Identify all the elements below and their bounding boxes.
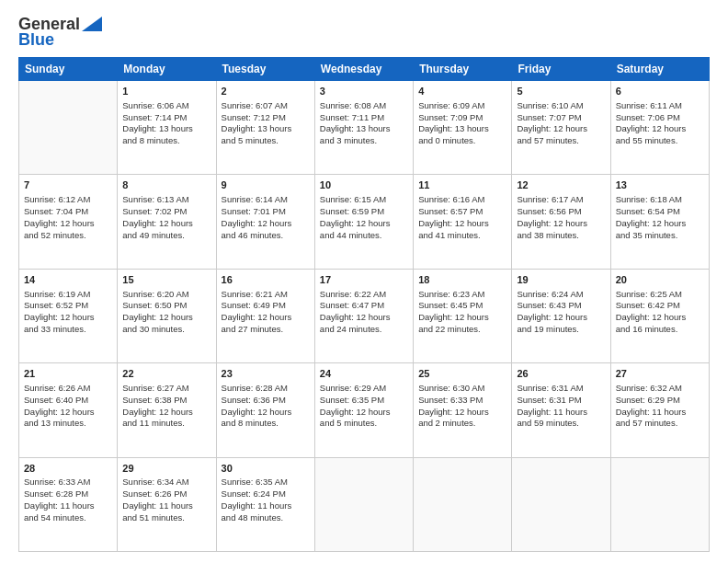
calendar-cell-4-0: 28Sunrise: 6:33 AMSunset: 6:28 PMDayligh…: [19, 457, 118, 551]
cell-line-0: Sunrise: 6:09 AM: [418, 100, 506, 112]
day-number: 3: [320, 85, 408, 98]
cell-line-2: Daylight: 13 hours: [320, 123, 408, 135]
cell-line-1: Sunset: 6:50 PM: [122, 300, 210, 312]
logo: General Blue: [18, 15, 102, 50]
calendar-cell-4-1: 29Sunrise: 6:34 AMSunset: 6:26 PMDayligh…: [118, 457, 216, 551]
calendar-row-4: 28Sunrise: 6:33 AMSunset: 6:28 PMDayligh…: [19, 457, 710, 551]
day-number: 26: [517, 367, 605, 381]
calendar-row-2: 14Sunrise: 6:19 AMSunset: 6:52 PMDayligh…: [19, 269, 710, 362]
logo-icon: [82, 17, 102, 31]
cell-line-2: Daylight: 11 hours: [122, 500, 210, 512]
cell-line-1: Sunset: 7:07 PM: [517, 112, 605, 124]
cell-line-3: and 49 minutes.: [122, 230, 210, 242]
day-number: 18: [418, 273, 506, 287]
cell-line-0: Sunrise: 6:15 AM: [320, 194, 408, 206]
cell-line-1: Sunset: 6:26 PM: [122, 488, 210, 500]
cell-line-3: and 13 minutes.: [24, 418, 112, 430]
cell-line-1: Sunset: 7:02 PM: [122, 206, 210, 218]
calendar-cell-2-2: 16Sunrise: 6:21 AMSunset: 6:49 PMDayligh…: [216, 269, 314, 362]
cell-line-2: Daylight: 12 hours: [616, 123, 704, 135]
day-number: 22: [122, 367, 210, 381]
calendar-cell-2-1: 15Sunrise: 6:20 AMSunset: 6:50 PMDayligh…: [118, 269, 216, 362]
cell-line-1: Sunset: 6:49 PM: [222, 300, 310, 312]
cell-line-3: and 30 minutes.: [122, 324, 210, 336]
cell-line-0: Sunrise: 6:26 AM: [24, 383, 112, 395]
calendar-cell-4-3: [314, 457, 413, 551]
cell-line-3: and 11 minutes.: [122, 418, 210, 430]
cell-line-3: and 2 minutes.: [418, 418, 506, 430]
cell-line-1: Sunset: 7:01 PM: [222, 206, 310, 218]
cell-line-3: and 51 minutes.: [122, 512, 210, 524]
weekday-header-wednesday: Wednesday: [314, 58, 413, 81]
cell-line-0: Sunrise: 6:14 AM: [222, 194, 310, 206]
cell-line-1: Sunset: 7:12 PM: [222, 112, 310, 124]
cell-line-0: Sunrise: 6:21 AM: [222, 289, 310, 301]
weekday-header-saturday: Saturday: [610, 58, 709, 81]
cell-line-0: Sunrise: 6:13 AM: [122, 194, 210, 206]
calendar-cell-3-6: 27Sunrise: 6:32 AMSunset: 6:29 PMDayligh…: [610, 363, 709, 457]
cell-line-1: Sunset: 6:45 PM: [418, 300, 506, 312]
cell-line-1: Sunset: 7:06 PM: [616, 112, 704, 124]
cell-line-0: Sunrise: 6:35 AM: [222, 477, 310, 488]
day-number: 24: [320, 367, 408, 381]
calendar-cell-2-3: 17Sunrise: 6:22 AMSunset: 6:47 PMDayligh…: [314, 269, 413, 362]
day-number: 23: [222, 367, 310, 381]
calendar-row-0: 1Sunrise: 6:06 AMSunset: 7:14 PMDaylight…: [19, 81, 710, 175]
cell-line-1: Sunset: 6:56 PM: [517, 206, 605, 218]
cell-line-1: Sunset: 6:42 PM: [616, 300, 704, 312]
cell-line-0: Sunrise: 6:33 AM: [24, 477, 112, 488]
calendar-cell-1-3: 10Sunrise: 6:15 AMSunset: 6:59 PMDayligh…: [314, 175, 413, 269]
day-number: 27: [616, 367, 704, 381]
cell-line-3: and 55 minutes.: [616, 135, 704, 147]
cell-line-1: Sunset: 7:11 PM: [320, 112, 408, 124]
cell-line-1: Sunset: 7:14 PM: [122, 112, 210, 124]
cell-line-3: and 8 minutes.: [222, 418, 310, 430]
calendar-cell-3-5: 26Sunrise: 6:31 AMSunset: 6:31 PMDayligh…: [512, 363, 610, 457]
cell-line-0: Sunrise: 6:18 AM: [616, 194, 704, 206]
calendar-cell-3-2: 23Sunrise: 6:28 AMSunset: 6:36 PMDayligh…: [216, 363, 314, 457]
calendar-cell-0-0: [19, 81, 118, 175]
cell-line-3: and 16 minutes.: [616, 324, 704, 336]
cell-line-2: Daylight: 12 hours: [418, 218, 506, 230]
cell-line-3: and 19 minutes.: [517, 324, 605, 336]
calendar-cell-4-6: [610, 457, 709, 551]
calendar-cell-2-6: 20Sunrise: 6:25 AMSunset: 6:42 PMDayligh…: [610, 269, 709, 362]
calendar-cell-0-1: 1Sunrise: 6:06 AMSunset: 7:14 PMDaylight…: [118, 81, 216, 175]
cell-line-3: and 8 minutes.: [122, 135, 210, 147]
calendar-cell-0-3: 3Sunrise: 6:08 AMSunset: 7:11 PMDaylight…: [314, 81, 413, 175]
header: General Blue: [18, 15, 710, 50]
cell-line-2: Daylight: 12 hours: [24, 218, 112, 230]
day-number: 17: [320, 273, 408, 287]
cell-line-0: Sunrise: 6:22 AM: [320, 289, 408, 301]
calendar-cell-2-0: 14Sunrise: 6:19 AMSunset: 6:52 PMDayligh…: [19, 269, 118, 362]
cell-line-1: Sunset: 6:29 PM: [616, 395, 704, 407]
cell-line-0: Sunrise: 6:11 AM: [616, 100, 704, 112]
day-number: 20: [616, 273, 704, 287]
cell-line-0: Sunrise: 6:17 AM: [517, 194, 605, 206]
cell-line-1: Sunset: 6:43 PM: [517, 300, 605, 312]
cell-line-3: and 46 minutes.: [222, 230, 310, 242]
cell-line-3: and 52 minutes.: [24, 230, 112, 242]
calendar-table: SundayMondayTuesdayWednesdayThursdayFrid…: [18, 57, 710, 552]
cell-line-3: and 41 minutes.: [418, 230, 506, 242]
calendar-cell-2-4: 18Sunrise: 6:23 AMSunset: 6:45 PMDayligh…: [414, 269, 512, 362]
cell-line-0: Sunrise: 6:29 AM: [320, 383, 408, 395]
cell-line-2: Daylight: 12 hours: [122, 407, 210, 419]
cell-line-1: Sunset: 6:59 PM: [320, 206, 408, 218]
weekday-header-thursday: Thursday: [414, 58, 512, 81]
cell-line-0: Sunrise: 6:27 AM: [122, 383, 210, 395]
cell-line-3: and 27 minutes.: [222, 324, 310, 336]
day-number: 7: [24, 178, 112, 192]
weekday-header-friday: Friday: [512, 58, 610, 81]
cell-line-2: Daylight: 12 hours: [222, 218, 310, 230]
cell-line-1: Sunset: 7:04 PM: [24, 206, 112, 218]
cell-line-3: and 57 minutes.: [616, 418, 704, 430]
cell-line-3: and 24 minutes.: [320, 324, 408, 336]
calendar-cell-1-5: 12Sunrise: 6:17 AMSunset: 6:56 PMDayligh…: [512, 175, 610, 269]
cell-line-2: Daylight: 12 hours: [517, 123, 605, 135]
cell-line-1: Sunset: 6:40 PM: [24, 395, 112, 407]
cell-line-3: and 54 minutes.: [24, 512, 112, 524]
day-number: 21: [24, 367, 112, 381]
cell-line-1: Sunset: 7:09 PM: [418, 112, 506, 124]
cell-line-1: Sunset: 6:38 PM: [122, 395, 210, 407]
